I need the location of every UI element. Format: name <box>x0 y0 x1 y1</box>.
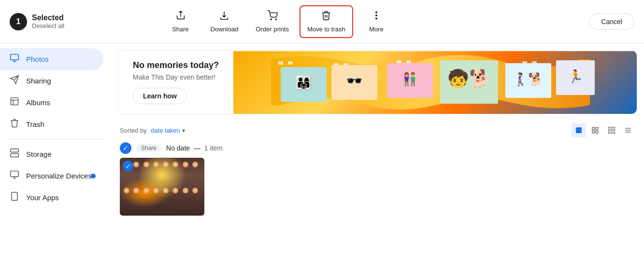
view-large-button[interactable] <box>572 123 586 137</box>
svg-point-5 <box>376 15 377 16</box>
lamp-dot <box>143 162 149 167</box>
photo-group: ✓ Share No date — 1 item <box>111 139 644 219</box>
sidebar-item-storage[interactable]: Storage <box>0 143 103 165</box>
lamp-dot <box>153 188 159 193</box>
svg-rect-47 <box>608 127 610 128</box>
sort-bar: Sorted by date taken ▾ <box>111 119 644 139</box>
memories-film-strip: 👨‍👩‍👧 🕶️ 👫 🧒🐕 🚶‍♀️🐕 🏃 <box>233 51 637 114</box>
svg-text:👫: 👫 <box>402 71 418 87</box>
sidebar-label-photos: Photos <box>26 55 49 63</box>
topbar: 1 Selected Deselect all Share Download O… <box>0 0 644 43</box>
group-count: 1 item <box>204 144 223 152</box>
download-icon <box>219 10 229 24</box>
sidebar-item-albums[interactable]: Albums <box>0 92 103 113</box>
lamp-dot <box>183 162 188 167</box>
film-strip-svg: 👨‍👩‍👧 🕶️ 👫 🧒🐕 🚶‍♀️🐕 🏃 <box>271 51 600 114</box>
order-prints-label: Order prints <box>256 26 289 33</box>
svg-rect-51 <box>611 130 613 131</box>
more-icon <box>371 10 382 24</box>
svg-rect-16 <box>12 192 17 201</box>
share-group-badge[interactable]: Share <box>136 144 161 152</box>
svg-text:🧒🐕: 🧒🐕 <box>447 68 491 89</box>
svg-rect-42 <box>576 127 582 133</box>
sidebar-label-sharing: Sharing <box>26 77 51 85</box>
view-list-button[interactable] <box>621 123 635 137</box>
download-label: Download <box>211 26 239 33</box>
svg-rect-50 <box>608 130 610 131</box>
albums-icon <box>10 96 19 109</box>
share-button[interactable]: Share <box>161 5 200 38</box>
sort-field[interactable]: date taken <box>151 127 180 134</box>
learn-how-button[interactable]: Learn how <box>133 88 187 104</box>
sidebar-item-personalize[interactable]: Personalize Devices <box>0 165 103 187</box>
group-separator: — <box>194 144 200 152</box>
svg-rect-49 <box>614 127 615 128</box>
sidebar-item-trash[interactable]: Trash <box>0 113 103 135</box>
svg-rect-44 <box>596 127 598 130</box>
svg-text:🕶️: 🕶️ <box>345 73 362 89</box>
svg-rect-7 <box>11 55 19 60</box>
svg-text:🏃: 🏃 <box>568 68 584 84</box>
more-label: More <box>369 26 384 33</box>
svg-rect-11 <box>11 149 19 152</box>
sidebar: Photos Sharing Albums Trash Storage <box>0 43 111 260</box>
svg-point-4 <box>376 12 377 13</box>
sidebar-label-albums: Albums <box>26 98 50 107</box>
memories-banner: No memories today? Make This Day even be… <box>118 50 637 114</box>
memories-title: No memories today? <box>133 60 219 70</box>
sidebar-item-your-apps[interactable]: Your Apps <box>0 187 103 208</box>
photo-check-overlay: ✓ <box>123 161 133 171</box>
sidebar-label-your-apps: Your Apps <box>26 193 59 202</box>
selected-info: Selected Deselect all <box>32 14 64 29</box>
svg-rect-43 <box>592 127 595 130</box>
download-button[interactable]: Download <box>204 5 245 38</box>
sort-chevron-icon: ▾ <box>182 127 185 134</box>
group-check-icon[interactable]: ✓ <box>120 142 131 154</box>
your-apps-icon <box>10 192 19 204</box>
lamp-dot <box>124 188 129 193</box>
lamp-dot <box>133 162 139 167</box>
view-options <box>572 123 635 137</box>
svg-point-3 <box>275 19 276 20</box>
svg-rect-12 <box>11 154 19 157</box>
move-to-trash-button[interactable]: Move to trash <box>300 5 353 38</box>
sidebar-item-photos[interactable]: Photos <box>0 48 103 70</box>
svg-rect-22 <box>397 60 401 64</box>
group-date-label: No date — 1 item <box>166 144 223 152</box>
order-prints-button[interactable]: Order prints <box>249 5 296 38</box>
svg-rect-48 <box>611 127 613 128</box>
selected-title: Selected <box>32 14 64 22</box>
sidebar-label-trash: Trash <box>26 120 44 128</box>
view-small-button[interactable] <box>604 123 619 137</box>
svg-rect-15 <box>11 171 19 177</box>
svg-rect-18 <box>278 61 283 65</box>
sidebar-item-sharing[interactable]: Sharing <box>0 70 103 92</box>
svg-point-2 <box>271 19 272 20</box>
main-content: No memories today? Make This Day even be… <box>111 43 644 260</box>
cancel-button[interactable]: Cancel <box>589 14 634 30</box>
sharing-icon <box>10 75 19 87</box>
svg-rect-53 <box>608 132 610 134</box>
svg-rect-46 <box>596 131 598 133</box>
lamp-dot <box>172 188 178 193</box>
deselect-all-link[interactable]: Deselect all <box>32 22 64 29</box>
svg-rect-10 <box>11 98 18 105</box>
more-button[interactable]: More <box>357 5 396 38</box>
photo-thumbnail[interactable]: ✓ <box>120 158 204 216</box>
share-label: Share <box>172 26 189 33</box>
svg-text:👨‍👩‍👧: 👨‍👩‍👧 <box>295 75 312 91</box>
move-to-trash-label: Move to trash <box>307 26 345 33</box>
sort-label: Sorted by date taken ▾ <box>120 126 185 135</box>
svg-rect-54 <box>611 132 613 134</box>
svg-rect-52 <box>614 130 615 131</box>
personalize-icon <box>10 170 19 182</box>
lamp-dot <box>163 162 169 167</box>
svg-rect-55 <box>614 132 615 134</box>
sidebar-label-personalize: Personalize Devices <box>26 172 92 180</box>
lamp-dot <box>183 188 188 193</box>
view-medium-button[interactable] <box>588 123 602 137</box>
lamp-dot <box>192 162 198 167</box>
share-icon <box>175 10 186 24</box>
svg-rect-19 <box>288 61 293 65</box>
memories-subtitle: Make This Day even better! <box>133 73 219 81</box>
